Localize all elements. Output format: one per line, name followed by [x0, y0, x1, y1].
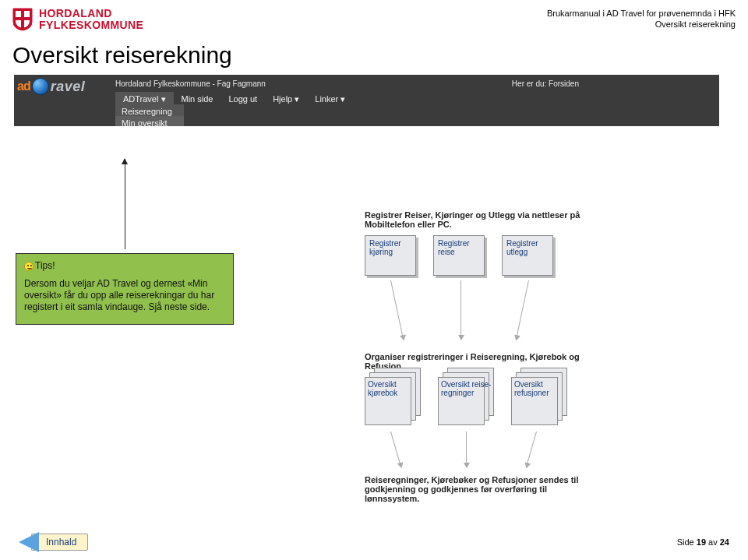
header-right: Brukarmanual i AD Travel for prøvenemnda…: [547, 8, 736, 30]
flow-arrow-icon: [526, 431, 537, 467]
org-line1: HORDALAND: [39, 8, 143, 19]
overview-row: Oversikt kjørebok Oversikt reise-regning…: [365, 368, 567, 424]
section3-text: Reiseregninger, Kjørebøker og Refusjoner…: [365, 475, 598, 503]
btn-oversikt-refusjoner[interactable]: Oversikt refusjoner: [511, 368, 567, 424]
stack-label: Oversikt kjørebok: [368, 380, 421, 397]
btn-oversikt-kjorebok[interactable]: Oversikt kjørebok: [365, 368, 421, 424]
org-logo: HORDALAND FYLKESKOMMUNE: [12, 8, 143, 31]
chevron-down-icon: ▾: [340, 94, 345, 104]
flow-arrow-icon: [390, 280, 404, 340]
nav-hjelp[interactable]: Hjelp ▾: [265, 92, 307, 107]
adtravel-logo: ad ravel: [17, 78, 85, 95]
arrow-left-icon: [19, 532, 39, 552]
nav-logg-ut[interactable]: Logg ut: [221, 92, 265, 107]
btn-oversikt-reiseregninger[interactable]: Oversikt reise-regninger: [438, 368, 494, 424]
page-footer: Innhald Side 19 av 24: [0, 532, 748, 552]
page-title: Oversikt reiserekning: [12, 42, 748, 69]
manual-section: Oversikt reiserekning: [547, 19, 736, 30]
nav-linker[interactable]: Linker ▾: [307, 92, 353, 107]
org-line2: FYLKESKOMMUNE: [39, 19, 143, 31]
flow-arrow-icon: [460, 280, 461, 340]
back-label: Innhald: [31, 534, 88, 551]
tip-body: Dersom du veljar AD Travel og dernest «M…: [24, 278, 225, 313]
callout-arrow-icon: [125, 159, 125, 249]
flow-arrow-icon: [516, 280, 529, 340]
breadcrumb-right: Her er du: Forsiden: [512, 79, 579, 88]
app-topbar: ad ravel Hordaland Fylkeskommune - Fag F…: [14, 75, 719, 126]
chevron-down-icon: ▾: [161, 94, 166, 104]
page-header: HORDALAND FYLKESKOMMUNE Brukarmanual i A…: [0, 0, 748, 31]
register-row: Registrer kjøring Registrer reise Regist…: [365, 235, 553, 276]
globe-icon: [32, 78, 49, 95]
btn-registrer-kjoring[interactable]: Registrer kjøring: [365, 235, 416, 276]
shield-icon: [12, 8, 33, 31]
app-body: Registrer Reiser, Kjøringer og Utlegg vi…: [14, 126, 719, 531]
breadcrumb-left: Hordaland Fylkeskommune - Fag Fagmann: [115, 79, 266, 88]
svg-rect-1: [16, 17, 30, 20]
section1-text: Registrer Reiser, Kjøringer og Utlegg vi…: [365, 210, 591, 229]
flow-arrow-icon: [466, 431, 467, 467]
smiley-icon: [24, 262, 34, 271]
manual-title: Brukarmanual i AD Travel for prøvenemnda…: [547, 8, 736, 19]
logo-ad-text: ad: [17, 79, 30, 93]
tip-box: Tips! Dersom du veljar AD Travel og dern…: [16, 253, 234, 325]
logo-ravel-text: ravel: [51, 79, 86, 95]
org-name: HORDALAND FYLKESKOMMUNE: [39, 8, 143, 31]
page-number: Side 19 av 24: [677, 537, 729, 547]
stack-label: Oversikt refusjoner: [514, 380, 567, 397]
stack-label: Oversikt reise-regninger: [441, 380, 494, 397]
flow-arrow-icon: [390, 431, 401, 467]
chevron-down-icon: ▾: [295, 94, 299, 104]
back-link[interactable]: Innhald: [19, 532, 88, 552]
tip-title: Tips!: [24, 260, 225, 272]
btn-registrer-utlegg[interactable]: Registrer utlegg: [502, 235, 553, 276]
btn-registrer-reise[interactable]: Registrer reise: [433, 235, 485, 276]
